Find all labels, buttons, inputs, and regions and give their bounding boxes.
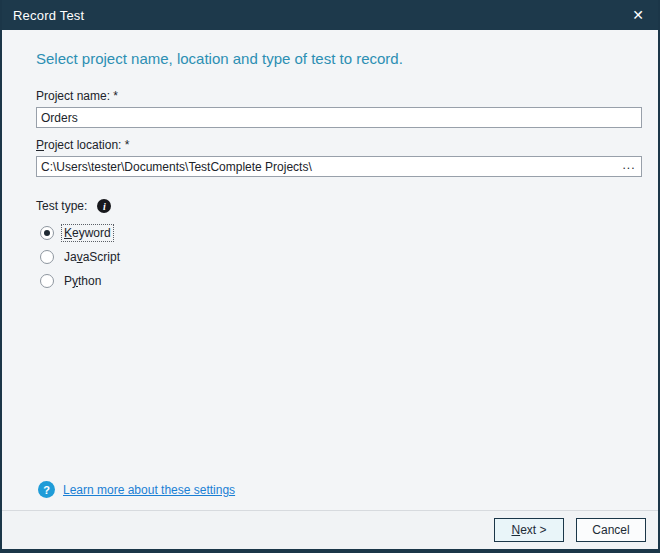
project-location-input[interactable]	[37, 157, 617, 176]
project-name-field-shell	[36, 107, 642, 128]
content-spacer	[36, 291, 642, 481]
dialog-footer: Next > Cancel	[2, 510, 658, 549]
radio-keyword[interactable]: Keyword	[40, 223, 642, 243]
cancel-button[interactable]: Cancel	[576, 518, 646, 542]
test-type-header: Test type: i	[36, 199, 642, 213]
browse-ellipsis-icon[interactable]: ...	[617, 158, 641, 176]
dialog-content: Select project name, location and type o…	[2, 30, 658, 510]
project-name-input[interactable]	[37, 108, 641, 127]
project-location-field-shell: ...	[36, 156, 642, 177]
radio-circle-icon	[40, 226, 54, 240]
next-button[interactable]: Next >	[494, 518, 564, 542]
dialog-heading: Select project name, location and type o…	[36, 50, 642, 67]
test-type-label: Test type:	[36, 199, 87, 213]
close-icon[interactable]: ✕	[618, 0, 658, 30]
dialog-title: Record Test	[13, 8, 84, 23]
project-location-label: Project location: *	[36, 138, 642, 152]
learn-more-link[interactable]: Learn more about these settings	[63, 483, 235, 497]
help-row: ? Learn more about these settings	[38, 481, 642, 498]
radio-javascript-label: JavaScript	[61, 248, 123, 266]
radio-keyword-label: Keyword	[61, 224, 114, 242]
radio-circle-icon	[40, 250, 54, 264]
dialog-titlebar: Record Test ✕	[2, 0, 658, 30]
record-test-dialog: Record Test ✕ Select project name, locat…	[0, 0, 660, 553]
radio-python[interactable]: Python	[40, 271, 642, 291]
help-question-icon[interactable]: ?	[38, 481, 55, 498]
radio-circle-icon	[40, 274, 54, 288]
project-name-label: Project name: *	[36, 89, 642, 103]
info-icon[interactable]: i	[97, 199, 111, 213]
radio-javascript[interactable]: JavaScript	[40, 247, 642, 267]
radio-python-label: Python	[61, 272, 104, 290]
